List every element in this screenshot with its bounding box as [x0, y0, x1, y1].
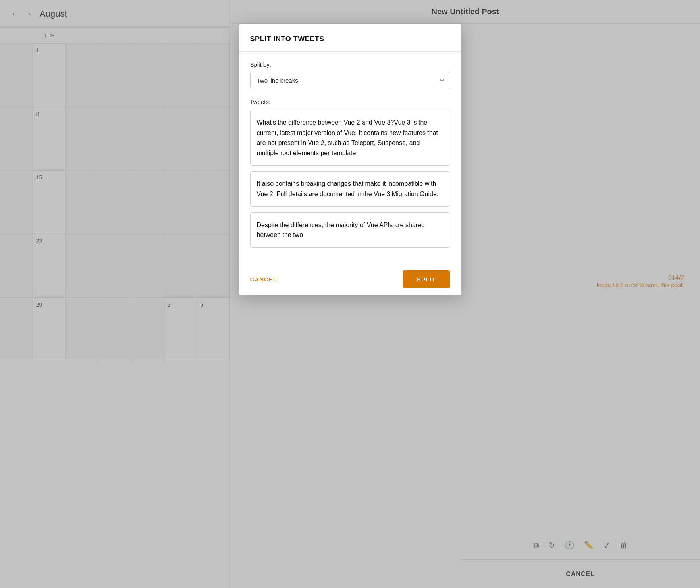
- split-button[interactable]: SPLIT: [403, 270, 450, 288]
- split-by-label: Split by:: [250, 61, 450, 68]
- tweet-card-1: What's the difference between Vue 2 and …: [250, 110, 450, 166]
- split-into-tweets-modal: SPLIT INTO TWEETS Split by: Two line bre…: [239, 24, 461, 295]
- tweets-label: Tweets:: [250, 98, 450, 105]
- modal-body: Split by: Two line breaks One line break…: [239, 52, 461, 263]
- tweet-card-2: It also contains breaking changes that m…: [250, 171, 450, 206]
- modal-title: SPLIT INTO TWEETS: [250, 35, 450, 43]
- split-by-select[interactable]: Two line breaks One line break Character…: [250, 72, 450, 89]
- modal-footer: CANCEL SPLIT: [239, 263, 461, 295]
- modal-header: SPLIT INTO TWEETS: [239, 24, 461, 52]
- tweet-card-3: Despite the differences, the majority of…: [250, 212, 450, 248]
- cancel-button[interactable]: CANCEL: [250, 276, 278, 283]
